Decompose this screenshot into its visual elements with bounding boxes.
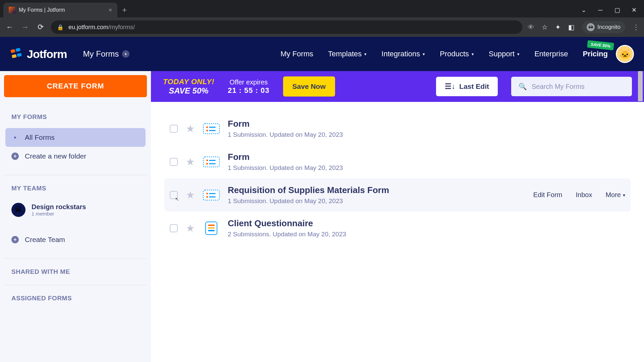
nav-link-support[interactable]: Support▾ (489, 50, 520, 58)
checkbox[interactable] (170, 125, 178, 133)
form-row[interactable]: ★ Form 1 Submission. Updated on May 20, … (164, 145, 631, 178)
folder-icon: ▪ (11, 134, 19, 141)
plus-icon: + (11, 236, 19, 243)
chevron-down-icon: ▾ (517, 52, 520, 57)
nav-link-templates[interactable]: Templates▾ (328, 50, 367, 58)
nav-link-label: Support (489, 50, 515, 58)
team-item[interactable]: 🏛 Design rockstars 1 member (11, 199, 140, 220)
svg-rect-12 (206, 163, 208, 165)
form-row[interactable]: ★ Client Questionnaire 2 Submissions. Up… (164, 212, 631, 245)
checkbox[interactable] (170, 191, 178, 199)
incognito-icon: 🕶 (587, 23, 595, 31)
nav-link-label: Products (440, 50, 469, 58)
my-teams-heading: MY TEAMS (11, 185, 140, 192)
incognito-badge[interactable]: 🕶 Incognito (582, 21, 625, 33)
team-avatar-icon: 🏛 (11, 203, 25, 217)
form-title: Requisition of Supplies Materials Form (228, 185, 525, 195)
svg-rect-21 (208, 227, 215, 229)
sidebar-item-all-forms[interactable]: ▪ All Forms (5, 128, 146, 147)
extensions-icon[interactable]: ✦ (555, 23, 561, 31)
nav-link-integrations[interactable]: Integrations▾ (381, 50, 425, 58)
more-button[interactable]: More ▾ (605, 191, 625, 199)
divider (4, 175, 147, 175)
url-path: /myforms/ (108, 24, 135, 31)
avatar[interactable]: 🐱 (616, 45, 634, 63)
star-icon[interactable]: ★ (186, 156, 195, 168)
chevron-down-icon: ▾ (122, 50, 129, 58)
search-input[interactable] (532, 83, 625, 90)
nav-link-label: Templates (328, 50, 362, 58)
star-icon[interactable]: ☆ (542, 23, 548, 31)
sidebar-item-create-team[interactable]: + Create Team (5, 230, 146, 249)
logo[interactable]: Jotform (10, 48, 67, 61)
lock-icon: 🔒 (57, 24, 64, 31)
svg-rect-9 (203, 157, 219, 167)
nav-link-label: Pricing (583, 50, 608, 58)
browser-tab[interactable]: My Forms | Jotform × (3, 3, 117, 17)
scrollbar[interactable] (637, 71, 643, 362)
url-input[interactable]: 🔒 eu.jotform.com/myforms/ (51, 20, 522, 34)
sidebar-item-label: Create a new folder (25, 152, 86, 160)
minimize-icon[interactable]: ─ (597, 7, 604, 13)
close-window-icon[interactable]: ✕ (631, 7, 637, 13)
promo-line1: TODAY ONLY! (163, 77, 214, 86)
form-meta: 1 Submission. Updated on May 20, 2023 (228, 131, 625, 138)
nav-link-label: My Forms (280, 50, 313, 58)
form-meta: 2 Submissions. Updated on May 20, 2023 (228, 231, 625, 238)
nav-link-label: Enterprise (534, 50, 568, 58)
url-host: eu.jotform.com (68, 24, 108, 31)
my-forms-heading: MY FORMS (11, 113, 140, 121)
inbox-button[interactable]: Inbox (576, 191, 592, 199)
row-actions: Edit Form Inbox More ▾ (533, 191, 625, 199)
back-icon[interactable]: ← (5, 23, 15, 32)
sort-label: Last Edit (459, 82, 489, 90)
svg-rect-3 (17, 53, 22, 57)
reload-icon[interactable]: ⟳ (36, 23, 46, 32)
maximize-icon[interactable]: ▢ (614, 7, 621, 13)
eye-off-icon[interactable]: 👁 (528, 23, 534, 31)
create-form-button[interactable]: CREATE FORM (4, 75, 147, 97)
star-icon[interactable]: ★ (186, 123, 195, 134)
tab-title: My Forms | Jotform (19, 7, 65, 13)
sidepanel-icon[interactable]: ◧ (568, 23, 575, 31)
sort-button[interactable]: ☰↓ Last Edit (436, 77, 498, 96)
form-info: Requisition of Supplies Materials Form 1… (228, 185, 525, 205)
form-title: Form (228, 152, 625, 162)
checkbox[interactable] (170, 158, 178, 166)
workspace-dropdown[interactable]: My Forms ▾ (83, 49, 130, 59)
nav-link-products[interactable]: Products▾ (440, 50, 474, 58)
forward-icon[interactable]: → (20, 23, 30, 32)
plus-icon: + (11, 153, 19, 160)
form-meta: 1 Submission. Updated on May 20, 2023 (228, 197, 525, 205)
nav-link-my-forms[interactable]: My Forms (280, 50, 313, 58)
svg-rect-0 (10, 49, 15, 53)
new-tab-button[interactable]: + (117, 5, 131, 17)
close-tab-icon[interactable]: × (108, 7, 112, 14)
search-box[interactable]: 🔍 (511, 77, 632, 96)
chevron-down-icon: ▾ (423, 52, 425, 57)
sidebar-item-create-folder[interactable]: + Create a new folder (5, 147, 146, 166)
svg-rect-16 (209, 193, 216, 194)
logo-mark-icon (10, 48, 23, 60)
save-now-button[interactable]: Save Now (283, 76, 335, 97)
star-icon[interactable]: ★ (186, 189, 195, 201)
form-row[interactable]: ★ Form 1 Submission. Updated on May 20, … (164, 112, 631, 145)
scroll-thumb[interactable] (638, 71, 643, 101)
nav-link-enterprise[interactable]: Enterprise (534, 50, 568, 58)
svg-rect-10 (206, 160, 208, 161)
offer-label: Offer expires (228, 78, 270, 86)
svg-rect-22 (208, 230, 215, 231)
form-row[interactable]: ★ Requisition of Supplies Materials Form… (164, 178, 631, 212)
save-badge: SAVE 50% (587, 40, 614, 50)
menu-icon[interactable]: ⋮ (633, 23, 639, 31)
star-icon[interactable]: ★ (186, 222, 195, 234)
content: TODAY ONLY! SAVE 50% Offer expires 21 : … (151, 71, 644, 362)
form-info: Form 1 Submission. Updated on May 20, 20… (228, 152, 625, 172)
edit-form-button[interactable]: Edit Form (533, 191, 562, 199)
checkbox[interactable] (170, 224, 178, 232)
tabs-dropdown-icon[interactable]: ⌄ (580, 7, 587, 13)
promo-line2: SAVE 50% (163, 86, 214, 96)
nav-link-pricing[interactable]: SAVE 50%Pricing (583, 50, 608, 58)
chevron-down-icon: ▾ (472, 52, 474, 57)
browser-chrome: My Forms | Jotform × + ⌄ ─ ▢ ✕ ← → ⟳ 🔒 e… (0, 0, 644, 37)
